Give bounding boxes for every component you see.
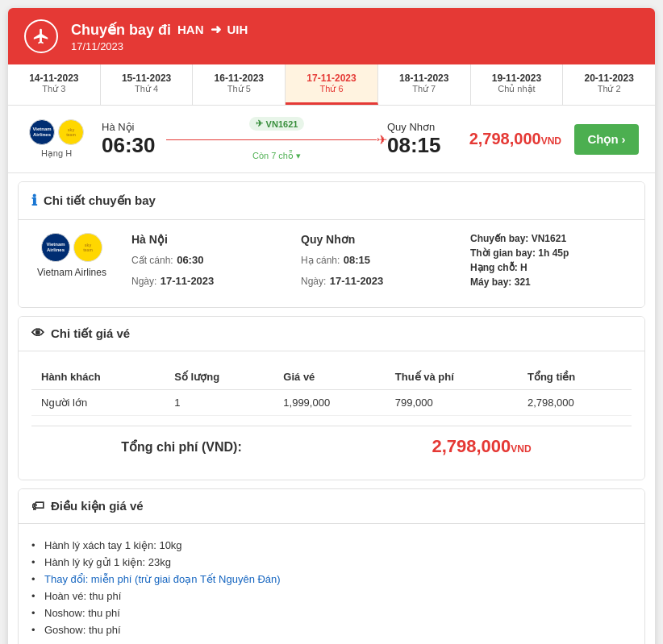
landing-time: 08:15: [344, 254, 370, 266]
passenger-qty: 1: [165, 390, 273, 416]
eye-icon: 👁: [31, 326, 44, 341]
price-row: Người lớn 1 1,999,000 799,000 2,798,000: [31, 390, 632, 416]
condition-item-5: Goshow: thu phí: [31, 621, 632, 638]
departure-date-label: Ngày:: [131, 276, 156, 287]
date-tab-2[interactable]: 16-11-2023 Thứ 5: [193, 64, 286, 105]
conditions-body: Hành lý xách tay 1 kiện: 10kg Hành lý ký…: [19, 524, 644, 644]
condition-item-1: Hành lý ký gửi 1 kiện: 23kg: [31, 554, 632, 571]
arrival-detail-col: Quy Nhơn Hạ cánh: 08:15 Ngày: 17-11-2023: [301, 233, 451, 294]
flight-card: VietnamAirlines skyteam Hạng H Hà Nội 06…: [8, 106, 655, 173]
departure-date: 17-11-2023: [161, 275, 215, 287]
col-tax: Thuế và phí: [386, 364, 518, 390]
header-text: Chuyến bay đi HAN ➜ UIH 17/11/2023: [71, 21, 248, 52]
arrival-date: 17-11-2023: [330, 275, 384, 287]
arrival-date-label: Ngày:: [301, 276, 326, 287]
departure-city: Hà Nội: [102, 121, 166, 133]
total-row: Tổng chi phí (VND): 2,798,000VND: [31, 426, 632, 467]
select-button[interactable]: Chọn ›: [574, 124, 639, 155]
chevron-right-icon: ›: [622, 132, 626, 146]
col-baseprice: Giá vé: [273, 364, 386, 390]
plane-small-icon: ✈: [256, 118, 263, 129]
header-to: UIH: [227, 23, 248, 36]
vietnam-airlines-logo: VietnamAirlines: [29, 119, 55, 145]
total-label: Tổng chi phí (VND):: [31, 439, 332, 455]
skyteam-logo-detail: skyteam: [73, 233, 102, 262]
date-tab-6[interactable]: 20-11-2023 Thứ 2: [563, 64, 655, 105]
tax-fee: 799,000: [386, 390, 518, 416]
total-price: 2,798,000VND: [332, 436, 632, 457]
flight-times: Hà Nội 06:30 ✈ VN1621 ✈ Còn 7 chỗ ▾ Quy: [102, 117, 452, 161]
flight-detail-header: ℹ Chi tiết chuyến bay: [19, 182, 644, 220]
airline-detail: VietnamAirlines skyteam Vietnam Airlines: [31, 233, 112, 278]
flight-line: ✈: [166, 132, 387, 147]
date-tab-1[interactable]: 15-11-2023 Thứ 4: [101, 64, 194, 105]
date-tab-3[interactable]: 17-11-2023 Thứ 6: [286, 64, 378, 105]
flight-number: VN1621: [266, 119, 298, 129]
col-total: Tổng tiền: [518, 364, 632, 390]
price-section: 2,798,000VND: [465, 130, 561, 148]
detail-arrival-city: Quy Nhơn: [301, 233, 451, 246]
flight-number-badge: ✈ VN1621: [249, 117, 305, 131]
airline-info: VietnamAirlines skyteam Hạng H: [24, 119, 89, 159]
class-info: Hạng chỗ: H: [470, 262, 632, 273]
base-price: 1,999,000: [273, 390, 386, 416]
flight-middle: ✈ VN1621 ✈ Còn 7 chỗ ▾: [166, 117, 387, 161]
header: Chuyến bay đi HAN ➜ UIH 17/11/2023: [8, 8, 655, 64]
col-passenger: Hành khách: [31, 364, 165, 390]
skyteam-logo: skyteam: [58, 119, 84, 145]
departure-detail-col: Hà Nội Cất cánh: 06:30 Ngày: 17-11-2023: [131, 233, 281, 294]
seats-badge[interactable]: Còn 7 chỗ ▾: [252, 151, 301, 161]
conditions-title: Điều kiện giá vé: [51, 499, 144, 513]
flight-line-left: [166, 139, 377, 140]
col-quantity: Số lượng: [165, 364, 273, 390]
flight-detail-title: Chi tiết chuyến bay: [44, 193, 156, 208]
date-tabs: 14-11-2023 Thứ 3 15-11-2023 Thứ 4 16-11-…: [8, 64, 655, 106]
airline-class: Hạng H: [41, 148, 72, 159]
date-tab-4[interactable]: 18-11-2023 Thứ 7: [378, 64, 471, 105]
condition-item-0: Hành lý xách tay 1 kiện: 10kg: [31, 537, 632, 554]
header-arrow-icon: ➜: [211, 22, 221, 37]
airline-detail-logos: VietnamAirlines skyteam: [41, 233, 102, 262]
price-detail-section: 👁 Chi tiết giá vé Hành khách Số lượng Gi…: [18, 316, 645, 480]
price-detail-header: 👁 Chi tiết giá vé: [19, 317, 644, 351]
departure-info: Hà Nội 06:30: [102, 121, 166, 158]
date-tab-0[interactable]: 14-11-2023 Thứ 3: [8, 64, 101, 105]
flight-info-col: Chuyến bay: VN1621 Thời gian bay: 1h 45p…: [470, 233, 632, 291]
condition-item-2: Thay đổi: miễn phí (trừ giai đoạn Tết Ng…: [31, 571, 632, 588]
condition-item-3: Hoàn vé: thu phí: [31, 588, 632, 605]
header-date: 17/11/2023: [71, 40, 248, 52]
conditions-header: 🏷 Điều kiện giá vé: [19, 489, 644, 524]
arrival-info: Quy Nhơn 08:15: [387, 121, 452, 158]
condition-item-4: Noshow: thu phí: [31, 605, 632, 621]
header-from: HAN: [177, 23, 204, 36]
flight-detail-section: ℹ Chi tiết chuyến bay VietnamAirlines sk…: [18, 181, 645, 308]
vn-logo-detail: VietnamAirlines: [41, 233, 70, 262]
takeoff-time: 06:30: [177, 254, 203, 266]
header-title: Chuyến bay đi HAN ➜ UIH: [71, 21, 248, 39]
detail-departure-city: Hà Nội: [131, 233, 281, 246]
price-detail-body: Hành khách Số lượng Giá vé Thuế và phí T…: [19, 351, 644, 480]
flight-price: 2,798,000VND: [465, 130, 561, 148]
airline-logos: VietnamAirlines skyteam: [29, 119, 84, 145]
tag-icon: 🏷: [31, 499, 44, 513]
date-tab-5[interactable]: 19-11-2023 Chủ nhật: [471, 64, 564, 105]
row-total: 2,798,000: [518, 390, 632, 416]
aircraft-info: Máy bay: 321: [470, 276, 632, 288]
conditions-list: Hành lý xách tay 1 kiện: 10kg Hành lý ký…: [31, 537, 632, 638]
passenger-type: Người lớn: [31, 390, 165, 416]
flight-detail-body: VietnamAirlines skyteam Vietnam Airlines…: [19, 220, 644, 307]
arrival-city: Quy Nhơn: [387, 121, 452, 133]
flight-time-info: Thời gian bay: 1h 45p: [470, 247, 632, 259]
flight-num-info: Chuyến bay: VN1621: [470, 233, 632, 244]
conditions-section: 🏷 Điều kiện giá vé Hành lý xách tay 1 ki…: [18, 488, 645, 644]
airline-detail-name: Vietnam Airlines: [37, 267, 106, 278]
price-detail-title: Chi tiết giá vé: [51, 326, 130, 341]
landing-label: Hạ cánh:: [301, 255, 340, 266]
info-icon: ℹ: [31, 192, 37, 210]
flight-plane-icon: ✈: [377, 132, 387, 147]
departure-time: 06:30: [102, 133, 166, 158]
price-table: Hành khách Số lượng Giá vé Thuế và phí T…: [31, 364, 632, 416]
takeoff-label: Cất cánh:: [131, 255, 173, 266]
header-title-text: Chuyến bay đi: [71, 21, 171, 39]
flight-detail-row: VietnamAirlines skyteam Vietnam Airlines…: [31, 233, 632, 294]
